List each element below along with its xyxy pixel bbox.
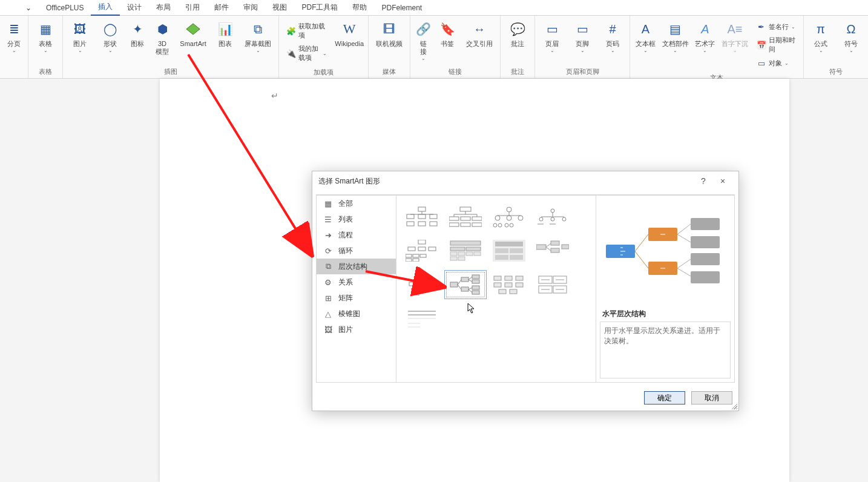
layout-thumb-2[interactable]	[446, 204, 485, 229]
process-icon: ➜	[323, 229, 334, 240]
picture-button[interactable]: 🖼 图片 ⌄	[67, 18, 93, 54]
textbox-button[interactable]: A 文本框 ⌄	[634, 18, 657, 54]
tab-references[interactable]: 引用	[178, 0, 207, 15]
datetime-button[interactable]: 📅 日期和时间	[754, 35, 798, 55]
category-matrix[interactable]: ⊞ 矩阵	[317, 290, 396, 306]
svg-point-29	[505, 223, 508, 227]
symbol-button[interactable]: Ω 符号 ⌄	[838, 18, 864, 54]
shapes-button[interactable]: ◯ 形状 ⌄	[97, 18, 123, 54]
layout-thumb-1[interactable]	[403, 204, 441, 229]
group-tables-label: 表格	[32, 65, 59, 78]
footer-button[interactable]: ▭ 页脚 ⌄	[569, 18, 596, 54]
group-addins-label: 加载项	[283, 66, 364, 79]
group-symbols-label: 符号	[807, 65, 864, 78]
layout-thumb-12[interactable]	[533, 272, 572, 297]
layout-thumb-9[interactable]	[403, 272, 441, 297]
header-button[interactable]: ▭ 页眉 ⌄	[539, 18, 565, 54]
dialog-help-button[interactable]: ?	[694, 176, 713, 186]
pyramid-icon: △	[323, 308, 334, 319]
equation-button[interactable]: π 公式 ⌄	[807, 18, 834, 54]
tab-pdftoolbox[interactable]: PDF工具箱	[294, 0, 345, 15]
icons-button[interactable]: ✦ 图标	[127, 18, 148, 48]
layout-thumb-8[interactable]	[533, 238, 572, 263]
svg-rect-48	[450, 241, 481, 245]
svg-line-86	[469, 289, 472, 292]
category-picture[interactable]: 🖼 图片	[317, 322, 396, 337]
svg-rect-65	[551, 248, 559, 253]
svg-rect-89	[516, 276, 523, 280]
layout-thumb-13[interactable]	[403, 306, 441, 331]
wordart-button[interactable]: A 艺术字 ⌄	[693, 18, 717, 54]
layout-thumb-4[interactable]	[533, 204, 572, 229]
resize-grip[interactable]	[730, 402, 737, 409]
get-addins-button[interactable]: 🧩 获取加载项	[284, 21, 329, 41]
tab-chevron[interactable]: ⌄	[18, 1, 39, 15]
hierarchy-icon: ⧉	[323, 261, 334, 272]
tab-insert[interactable]: 插入	[91, 0, 120, 16]
cancel-button[interactable]: 取消	[691, 391, 732, 404]
svg-line-112	[635, 234, 648, 251]
tab-help[interactable]: 帮助	[345, 0, 374, 15]
svg-line-67	[546, 243, 551, 247]
my-addins-button[interactable]: 🔌 我的加载项 ⌄	[284, 43, 329, 64]
svg-rect-74	[450, 282, 458, 287]
category-relationship[interactable]: ⚙ 关系	[317, 274, 396, 290]
svg-line-83	[469, 277, 472, 280]
layout-thumb-horizontal-hierarchy[interactable]	[446, 272, 485, 297]
svg-rect-63	[536, 245, 546, 249]
dialog-close-button[interactable]: ×	[713, 176, 732, 186]
layout-thumb-3[interactable]	[490, 204, 528, 229]
crossref-button[interactable]: ↔ 交叉引用	[462, 18, 496, 48]
layout-thumb-11[interactable]	[490, 272, 528, 297]
chart-button[interactable]: 📊 图表	[213, 18, 237, 48]
svg-rect-88	[505, 276, 512, 280]
svg-point-21	[507, 207, 511, 212]
dropcap-button[interactable]: A≡ 首字下沉 ⌄	[720, 18, 749, 54]
picture-icon: 🖼	[71, 21, 88, 38]
svg-rect-92	[516, 283, 523, 287]
smartart-button[interactable]: SmartArt	[177, 18, 209, 48]
link-icon: 🔗	[415, 21, 432, 38]
category-list[interactable]: ☰ 列表	[317, 211, 396, 227]
footer-icon: ▭	[574, 21, 591, 38]
category-cycle[interactable]: ⟳ 循环	[317, 243, 396, 259]
category-hierarchy[interactable]: ⧉ 层次结构	[317, 259, 396, 274]
layout-thumb-6[interactable]	[446, 238, 485, 263]
smartart-dialog: 选择 SmartArt 图形 ? × ▦ 全部 ☰ 列表 ➜ 流程 ⟳ 循环 ⧉	[312, 171, 739, 411]
category-pyramid[interactable]: △ 棱锥图	[317, 306, 396, 322]
layout-thumb-5[interactable]	[403, 238, 441, 263]
tab-review[interactable]: 审阅	[236, 0, 265, 15]
svg-rect-17	[472, 217, 482, 220]
comment-button[interactable]: 💬 批注	[504, 18, 531, 48]
tab-design[interactable]: 设计	[120, 0, 149, 15]
online-video-button[interactable]: 🎞 联机视频	[372, 18, 406, 48]
table-button[interactable]: ▦ 表格 ⌄	[32, 18, 59, 54]
comment-icon: 💬	[509, 21, 526, 38]
svg-rect-55	[450, 257, 457, 260]
3d-model-button[interactable]: ⬢ 3D模型	[151, 18, 173, 56]
svg-rect-42	[429, 247, 436, 251]
video-icon: 🎞	[381, 21, 398, 38]
ok-button[interactable]: 确定	[644, 391, 685, 404]
tab-layout[interactable]: 布局	[149, 0, 178, 15]
category-process[interactable]: ➜ 流程	[317, 227, 396, 243]
tab-view[interactable]: 视图	[265, 0, 294, 15]
bookmark-button[interactable]: 🔖 书签	[436, 18, 459, 48]
preview-pane: 水平层次结构 用于水平显示层次关系递进。适用于决策树。	[596, 195, 735, 383]
crossref-icon: ↔	[471, 21, 488, 38]
bookmark-icon: 🔖	[439, 21, 456, 38]
tab-pdfelement[interactable]: PDFelement	[374, 1, 429, 15]
page-break-button[interactable]: ≣ 分页 ⌄	[4, 18, 24, 54]
tab-mail[interactable]: 邮件	[207, 0, 236, 15]
layout-thumb-7[interactable]	[490, 238, 528, 263]
wikipedia-button[interactable]: W Wikipedia	[334, 18, 364, 48]
category-all[interactable]: ▦ 全部	[317, 196, 396, 211]
pagenum-button[interactable]: # 页码 ⌄	[599, 18, 626, 54]
object-button[interactable]: ▭ 对象 ⌄	[754, 57, 798, 69]
signature-button[interactable]: ✒ 签名行 ⌄	[754, 21, 798, 33]
link-button[interactable]: 🔗 链接 ⌄	[414, 18, 432, 62]
tab-officeplus[interactable]: OfficePLUS	[39, 1, 91, 15]
quickparts-button[interactable]: ▤ 文档部件 ⌄	[661, 18, 690, 54]
screenshot-button[interactable]: ⧉ 屏幕截图 ⌄	[241, 18, 275, 54]
cube-icon: ⬢	[154, 21, 171, 38]
